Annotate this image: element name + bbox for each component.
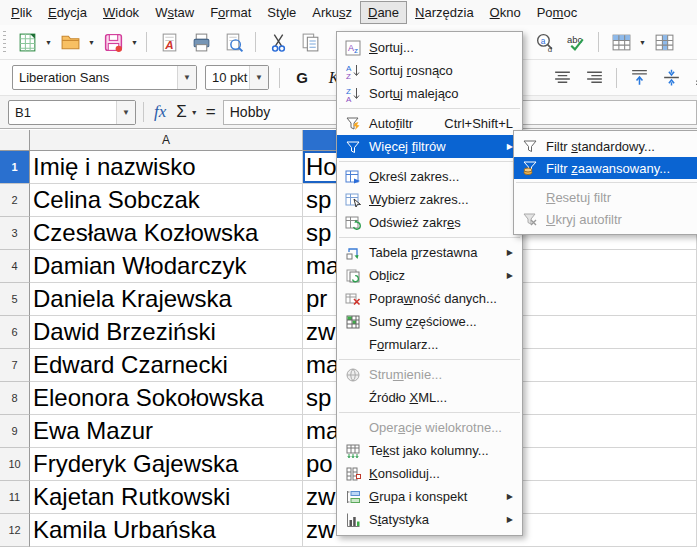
menubar-item-wstaw[interactable]: Wstaw — [147, 1, 202, 24]
cell-a1[interactable]: Imię i nazwisko — [30, 151, 303, 184]
column-header-a[interactable]: A — [30, 130, 303, 151]
cell-a11[interactable]: Kajetan Rutkowski — [30, 481, 303, 514]
row-header-1[interactable]: 1 — [0, 151, 30, 184]
row-header-2[interactable]: 2 — [0, 184, 30, 217]
function-wizard-button[interactable]: fx — [149, 102, 171, 122]
chevron-down-icon[interactable]: ▼ — [116, 101, 135, 124]
row-header-10[interactable]: 10 — [0, 448, 30, 481]
row-header-8[interactable]: 8 — [0, 382, 30, 415]
copy-button[interactable] — [297, 29, 323, 55]
find-replace-icon: ad — [534, 32, 555, 53]
menu-item-sortuj[interactable]: AzSortuj... — [337, 36, 522, 59]
menu-item-poprawność-danych[interactable]: Poprawność danych... — [337, 287, 522, 310]
menu-item-filtr-standardowy[interactable]: Filtr standardowy... — [514, 135, 697, 157]
new-document-button-dropdown-caret[interactable]: ▼ — [43, 29, 54, 55]
menu-item-label: Strumienie... — [369, 367, 442, 382]
menu-item-shortcut: Ctrl+Shift+L — [432, 116, 513, 131]
menu-item-tabela-przestawna[interactable]: Tabela przestawna▶ — [337, 241, 522, 264]
menubar-item-arkusz[interactable]: Arkusz — [304, 1, 360, 24]
submenu-arrow-icon: ▶ — [507, 248, 513, 257]
menu-item-autofiltr[interactable]: AutofiltrCtrl+Shift+L — [337, 112, 522, 135]
select-all-corner[interactable] — [0, 130, 30, 151]
menubar-item-widok[interactable]: Widok — [95, 1, 147, 24]
cell-a6[interactable]: Dawid Brzeziński — [30, 316, 303, 349]
align-bottom-button[interactable] — [690, 65, 697, 91]
cell-a10[interactable]: Fryderyk Gajewska — [30, 448, 303, 481]
row-header-7[interactable]: 7 — [0, 349, 30, 382]
menubar-item-okno[interactable]: Okno — [482, 1, 529, 24]
bold-button[interactable]: G — [289, 65, 315, 91]
cell-a3[interactable]: Czesława Kozłowska — [30, 217, 303, 250]
print-preview-button[interactable] — [220, 29, 246, 55]
menubar-item-dane[interactable]: Dane — [360, 1, 407, 24]
cell-a7[interactable]: Edward Czarnecki — [30, 349, 303, 382]
cell-a12[interactable]: Kamila Urbańska — [30, 514, 303, 547]
row-header-5[interactable]: 5 — [0, 283, 30, 316]
export-pdf-button[interactable]: A — [156, 29, 182, 55]
row-header-3[interactable]: 3 — [0, 217, 30, 250]
sum-dropdown-caret[interactable]: ▼ — [189, 99, 200, 125]
menu-item-sumy-częściowe[interactable]: Sumy częściowe... — [337, 310, 522, 333]
save-button-dropdown-caret[interactable]: ▼ — [129, 29, 140, 55]
insert-rows-button-dropdown-caret[interactable]: ▼ — [637, 29, 648, 55]
align-right-button[interactable] — [581, 65, 607, 91]
menu-item-grupa-i-konspekt[interactable]: Grupa i konspekt▶ — [337, 485, 522, 508]
menu-item-tekst-jako-kolumny[interactable]: Tekst jako kolumny... — [337, 439, 522, 462]
insert-columns-button[interactable] — [651, 29, 677, 55]
cell-a9[interactable]: Ewa Mazur — [30, 415, 303, 448]
menu-item-więcej-filtrów[interactable]: Więcej filtrów▶ — [337, 135, 522, 158]
toolbar-separator — [279, 68, 280, 88]
font-name-combobox[interactable]: Liberation Sans▼ — [12, 65, 197, 90]
insert-rows-button[interactable] — [608, 29, 634, 55]
menu-item-label: Resetuj filtr — [546, 190, 611, 205]
align-top-button[interactable] — [626, 65, 652, 91]
menu-item-konsoliduj[interactable]: Konsoliduj... — [337, 462, 522, 485]
row-header-12[interactable]: 12 — [0, 514, 30, 547]
menu-item-oblicz[interactable]: Oblicz▶ — [337, 264, 522, 287]
name-box[interactable]: B1 ▼ — [8, 100, 136, 125]
open-button[interactable] — [57, 29, 83, 55]
menubar-item-narzędzia[interactable]: Narzędzia — [407, 1, 482, 24]
print-button[interactable] — [188, 29, 214, 55]
menu-item-label: Operacje wielokrotne... — [369, 420, 502, 435]
cell-a8[interactable]: Eleonora Sokołowska — [30, 382, 303, 415]
toolbar-grip[interactable] — [3, 31, 6, 53]
menubar-item-format[interactable]: Format — [202, 1, 259, 24]
sum-button[interactable]: Σ — [171, 102, 189, 122]
font-size-combobox[interactable]: 10 pkt▼ — [205, 65, 269, 90]
menu-item-określ-zakres[interactable]: Określ zakres... — [337, 165, 522, 188]
new-document-button[interactable] — [14, 29, 40, 55]
find-replace-button[interactable]: ad — [531, 29, 557, 55]
cut-button[interactable] — [265, 29, 291, 55]
spelling-button[interactable]: abc — [563, 29, 589, 55]
menubar-item-edycja[interactable]: Edycja — [40, 1, 95, 24]
chevron-down-icon[interactable]: ▼ — [177, 66, 196, 89]
menubar-item-plik[interactable]: Plik — [3, 1, 40, 24]
menu-item-sortuj-rosnąco[interactable]: AZSortuj rosnąco — [337, 59, 522, 82]
menu-item-źródło-xml[interactable]: Źródło XML... — [337, 386, 522, 409]
cell-a4[interactable]: Damian Włodarczyk — [30, 250, 303, 283]
row-header-6[interactable]: 6 — [0, 316, 30, 349]
center-vertically-button[interactable] — [658, 65, 684, 91]
menu-item-label: Odśwież zakres — [369, 215, 461, 230]
open-button-dropdown-caret[interactable]: ▼ — [86, 29, 97, 55]
equals-button[interactable]: = — [200, 102, 223, 122]
cell-a2[interactable]: Celina Sobczak — [30, 184, 303, 217]
menu-item-resetuj-filtr: Resetuj filtr — [514, 186, 697, 208]
row-header-4[interactable]: 4 — [0, 250, 30, 283]
menu-item-formularz[interactable]: Formularz... — [337, 333, 522, 356]
row-header-9[interactable]: 9 — [0, 415, 30, 448]
align-right-icon — [584, 67, 605, 88]
menubar-item-style[interactable]: Style — [259, 1, 304, 24]
menu-item-odśwież-zakres[interactable]: Odśwież zakres — [337, 211, 522, 234]
chevron-down-icon[interactable]: ▼ — [249, 66, 268, 89]
menu-item-wybierz-zakres[interactable]: Wybierz zakres... — [337, 188, 522, 211]
cell-a5[interactable]: Daniela Krajewska — [30, 283, 303, 316]
menu-item-filtr-zaawansowany[interactable]: Filtr zaawansowany... — [514, 157, 697, 179]
align-center-button[interactable] — [549, 65, 575, 91]
menubar-item-pomoc[interactable]: Pomoc — [529, 1, 585, 24]
menu-item-sortuj-malejąco[interactable]: ZASortuj malejąco — [337, 82, 522, 105]
menu-item-statystyka[interactable]: Statystyka▶ — [337, 508, 522, 531]
save-button[interactable] — [100, 29, 126, 55]
row-header-11[interactable]: 11 — [0, 481, 30, 514]
